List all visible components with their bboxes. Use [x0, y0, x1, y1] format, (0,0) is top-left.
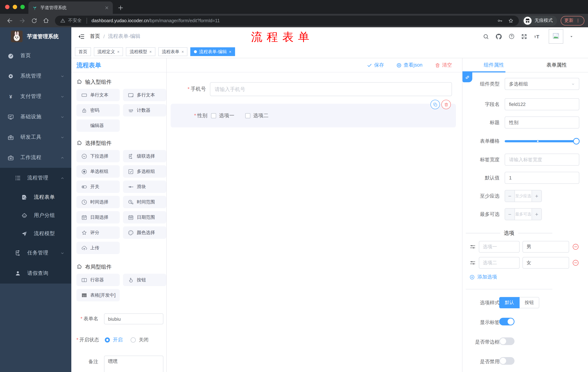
page-url[interactable]: dashboard.yudao.iocoder.cn/bpm/manager/f… [92, 18, 220, 23]
option-value-input[interactable] [523, 241, 569, 253]
gender-option-选项二[interactable]: 选项二 [245, 112, 269, 119]
minimize-window-button[interactable] [13, 5, 17, 9]
app-logo-row[interactable]: 芋道管理系统 [0, 27, 71, 45]
address-bar[interactable]: 不安全 dashboard.yudao.iocoder.cn/bpm/manag… [55, 15, 519, 26]
form-name-input[interactable] [104, 313, 163, 324]
search-icon[interactable] [483, 33, 489, 40]
home-icon[interactable] [42, 17, 50, 24]
remove-option-button[interactable] [572, 243, 579, 250]
close-tag-icon[interactable]: × [117, 50, 119, 54]
bookmark-star-icon[interactable] [508, 18, 514, 23]
selected-component-block[interactable]: *性别 选项一 选项二 [171, 104, 456, 128]
sidebar-item-5[interactable]: 工作流程 [0, 148, 71, 168]
reload-icon[interactable] [31, 17, 37, 24]
add-option-button[interactable]: 添加选项 [469, 274, 588, 280]
tag-首页[interactable]: 首页 [75, 47, 91, 56]
title-input[interactable] [505, 117, 579, 128]
palette-component-表格[开发中][interactable]: 表格[开发中] [76, 289, 120, 301]
max-checked-stepper[interactable]: − 最多可选 + [505, 208, 542, 220]
maximize-window-button[interactable] [20, 5, 25, 9]
palette-component-计数器[interactable]: 计数器 [123, 104, 166, 117]
stepper-increase-button[interactable]: + [532, 190, 541, 202]
sidebar-item-4[interactable]: 研发工具 [0, 127, 71, 148]
inspector-tab-组件属性[interactable]: 组件属性 [462, 58, 525, 72]
palette-component-行容器[interactable]: 行容器 [76, 274, 120, 286]
canvas-action-清空[interactable]: 清空 [433, 62, 454, 69]
status-radio-关闭[interactable]: 关闭 [131, 337, 149, 343]
stepper-decrease-button[interactable]: − [505, 209, 515, 220]
drag-handle-icon[interactable] [469, 244, 476, 250]
canvas-action-查看json[interactable]: 查看json [394, 62, 425, 69]
label-width-input[interactable] [505, 154, 579, 166]
font-size-icon[interactable] [533, 33, 541, 40]
palette-component-单选框组[interactable]: 单选框组 [76, 165, 120, 178]
sidebar-item-2[interactable]: 支付管理 [0, 86, 71, 107]
palette-component-编辑器[interactable]: 编辑器 [76, 119, 120, 132]
palette-component-日期选择[interactable]: 日期选择 [76, 211, 120, 223]
tag-流程表单[interactable]: 流程表单 × [158, 47, 188, 56]
sidebar-subitem-4[interactable]: 任务管理 [0, 243, 71, 263]
palette-component-日期范围[interactable]: 日期范围 [123, 211, 166, 223]
sidebar-subitem-2[interactable]: 用户分组 [0, 206, 71, 224]
option-label-input[interactable] [479, 257, 520, 269]
palette-component-颜色选择[interactable]: 颜色选择 [123, 226, 166, 239]
palette-component-时间选择[interactable]: 时间选择 [76, 196, 120, 208]
back-icon[interactable] [6, 17, 13, 24]
canvas-action-保存[interactable]: 保存 [365, 62, 386, 69]
palette-component-单行文本[interactable]: 单行文本 [76, 89, 120, 101]
sidebar-item-1[interactable]: 系统管理 [0, 66, 71, 86]
form-remark-textarea[interactable]: 嘿嘿 [104, 356, 163, 372]
toggle-是否带边框[interactable] [499, 337, 514, 345]
toggle-显示标签[interactable] [499, 318, 514, 325]
security-warning-icon[interactable] [60, 18, 65, 23]
form-grid-slider[interactable] [505, 140, 576, 142]
sidebar-subitem-3[interactable]: 流程模型 [0, 224, 71, 243]
field-name-input[interactable] [505, 98, 579, 110]
palette-component-密码[interactable]: 密码 [76, 104, 120, 117]
option-label-input[interactable] [479, 241, 520, 253]
delete-component-button[interactable] [441, 100, 451, 109]
palette-component-滑块[interactable]: 滑块 [123, 181, 166, 193]
close-tag-icon[interactable]: × [149, 50, 152, 54]
drag-handle-icon[interactable] [469, 260, 476, 266]
option-value-input[interactable] [523, 257, 569, 269]
close-window-button[interactable] [5, 5, 10, 9]
avatar[interactable] [549, 29, 563, 44]
palette-component-上传[interactable]: 上传 [76, 242, 120, 254]
component-type-select[interactable]: 多选框组 [505, 78, 579, 90]
gender-option-选项一[interactable]: 选项一 [211, 112, 234, 119]
palette-component-开关[interactable]: 开关 [76, 181, 120, 193]
copy-component-button[interactable] [430, 100, 440, 109]
window-controls[interactable] [5, 5, 25, 9]
sidebar-item-0[interactable]: 首页 [0, 45, 71, 66]
close-tab-icon[interactable] [105, 5, 109, 10]
palette-component-评分[interactable]: 评分 [76, 226, 120, 239]
palette-component-按钮[interactable]: 按钮 [123, 274, 166, 286]
close-tag-icon[interactable]: × [229, 50, 231, 54]
avatar-dropdown-caret-icon[interactable] [569, 34, 573, 38]
min-checked-stepper[interactable]: − 至少应选 + [505, 190, 542, 202]
sidebar-subitem-1[interactable]: 流程表单 [0, 188, 71, 206]
palette-component-级联选择[interactable]: 级联选择 [123, 150, 166, 162]
stepper-increase-button[interactable]: + [532, 209, 541, 220]
browser-tab[interactable]: 芋道管理系统 [28, 1, 113, 14]
browser-menu-dots-icon[interactable] [575, 18, 581, 23]
checkbox[interactable] [211, 113, 216, 118]
palette-component-下拉选择[interactable]: 下拉选择 [76, 150, 120, 162]
breadcrumb-home[interactable]: 首页 [90, 33, 100, 40]
browser-update-button[interactable]: 更新 [561, 16, 584, 25]
fullscreen-icon[interactable] [521, 33, 527, 40]
style-option-默认[interactable]: 默认 [499, 297, 520, 308]
help-icon[interactable] [508, 33, 515, 40]
slider-handle[interactable] [573, 138, 580, 145]
style-option-按钮[interactable]: 按钮 [520, 297, 539, 308]
status-radio-开启[interactable]: 开启 [105, 337, 123, 343]
tag-流程表单-编辑[interactable]: 流程表单-编辑 × [190, 47, 235, 56]
sidebar-item-3[interactable]: 基础设施 [0, 107, 71, 127]
palette-component-时间范围[interactable]: 时间范围 [123, 196, 166, 208]
forward-icon[interactable] [19, 17, 26, 24]
checkbox[interactable] [245, 113, 250, 118]
toggle-是否禁用[interactable] [499, 357, 514, 365]
close-tag-icon[interactable]: × [182, 50, 184, 54]
default-value-input[interactable] [505, 172, 579, 184]
